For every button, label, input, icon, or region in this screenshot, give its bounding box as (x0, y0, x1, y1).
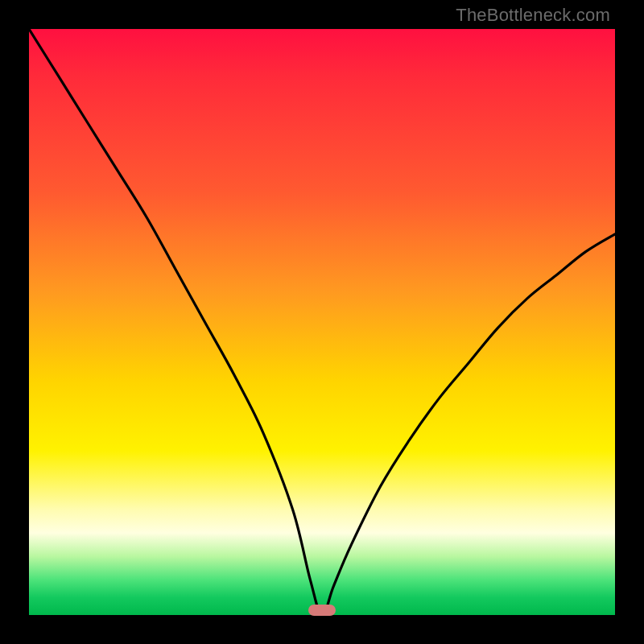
chart-frame: TheBottleneck.com (0, 0, 644, 644)
bottleneck-curve (29, 29, 615, 615)
optimal-marker (308, 605, 336, 616)
plot-area (29, 29, 615, 615)
watermark-text: TheBottleneck.com (456, 5, 610, 26)
